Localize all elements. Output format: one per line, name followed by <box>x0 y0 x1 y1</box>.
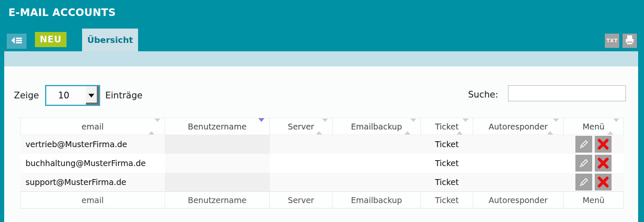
email-cell: support@MusterFirma.de <box>21 173 165 192</box>
left-border-rail <box>0 51 4 222</box>
ticket-cell: Ticket <box>421 173 473 192</box>
pencil-icon <box>577 157 590 169</box>
delete-button[interactable] <box>595 174 612 190</box>
txt-export-button[interactable]: TXT <box>605 34 619 48</box>
emailbackup-cell <box>333 135 421 154</box>
autoresponder-cell <box>473 173 564 192</box>
delete-button[interactable] <box>595 155 612 172</box>
sort-icon <box>316 122 328 131</box>
emailbackup-cell <box>333 173 421 192</box>
email-cell: vertrieb@MusterFirma.de <box>21 135 165 154</box>
sort-icon <box>149 122 160 131</box>
delete-x-icon <box>597 176 609 188</box>
benutzername-cell <box>165 173 270 192</box>
column-header-benutzername[interactable]: Benutzername <box>165 118 270 135</box>
footer-autoresponder: Autoresponder <box>473 192 564 209</box>
sort-icon <box>547 122 559 131</box>
pencil-icon <box>577 176 590 188</box>
email-cell: buchhaltung@MusterFirma.de <box>21 154 165 173</box>
column-header-server[interactable]: Server <box>270 118 333 135</box>
dropdown-arrow-icon <box>86 86 99 105</box>
neu-button[interactable]: NEU <box>35 32 67 47</box>
emailbackup-cell <box>333 154 421 173</box>
sub-header-strip <box>4 51 638 66</box>
edit-button[interactable] <box>575 136 592 153</box>
sort-icon <box>607 122 619 131</box>
autoresponder-cell <box>473 135 564 154</box>
printer-icon <box>624 34 635 47</box>
content-area: Zeige 10 Einträge Suche: email Benutz <box>4 66 638 222</box>
server-cell <box>270 154 333 173</box>
benutzername-cell <box>165 135 270 154</box>
page-title: E-MAIL ACCOUNTS <box>8 7 116 18</box>
table-row: buchhaltung@MusterFirma.de Ticket <box>21 154 624 173</box>
menu-cell <box>564 173 624 192</box>
ticket-cell: Ticket <box>421 135 473 154</box>
page-size-select[interactable]: 10 <box>45 85 100 106</box>
eintraege-label: Einträge <box>105 90 142 100</box>
column-header-emailbackup[interactable]: Emailbackup <box>333 118 421 135</box>
header-bar: E-MAIL ACCOUNTS NEU Übersicht TXT <box>0 0 644 51</box>
suche-label: Suche: <box>468 90 498 100</box>
email-accounts-table: email Benutzername Server Emailbackup <box>20 118 624 209</box>
footer-ticket: Ticket <box>421 192 473 209</box>
table-row: vertrieb@MusterFirma.de Ticket <box>21 135 624 154</box>
zeige-label: Zeige <box>14 90 39 100</box>
back-button[interactable] <box>7 34 27 49</box>
footer-emailbackup: Emailbackup <box>333 192 421 209</box>
footer-menue: Menü <box>564 192 624 209</box>
sort-icon <box>457 122 468 131</box>
autoresponder-cell <box>473 154 564 173</box>
server-cell <box>270 135 333 154</box>
table-footer-row: email Benutzername Server Emailbackup Ti… <box>21 192 624 209</box>
edit-button[interactable] <box>575 174 592 190</box>
back-list-icon <box>11 36 23 46</box>
email-accounts-page: E-MAIL ACCOUNTS NEU Übersicht TXT <box>0 0 644 222</box>
right-border-rail <box>638 51 644 222</box>
menu-cell <box>564 154 624 173</box>
footer-server: Server <box>270 192 333 209</box>
footer-benutzername: Benutzername <box>165 192 270 209</box>
benutzername-cell <box>165 154 270 173</box>
footer-email: email <box>21 192 165 209</box>
sort-desc-icon <box>258 122 265 131</box>
table-header-row: email Benutzername Server Emailbackup <box>21 118 624 135</box>
pencil-icon <box>577 138 590 151</box>
delete-x-icon <box>597 157 609 169</box>
edit-button[interactable] <box>575 155 592 172</box>
page-size-value: 10 <box>58 90 69 100</box>
column-header-email[interactable]: email <box>21 118 165 135</box>
print-button[interactable] <box>623 34 637 48</box>
delete-x-icon <box>597 138 609 151</box>
delete-button[interactable] <box>595 136 612 153</box>
tab-uebersicht[interactable]: Übersicht <box>82 29 138 51</box>
search-input[interactable] <box>508 85 626 101</box>
menu-cell <box>564 135 624 154</box>
server-cell <box>270 173 333 192</box>
sort-icon <box>404 122 416 131</box>
column-header-menue[interactable]: Menü <box>564 118 624 135</box>
column-header-autoresponder[interactable]: Autoresponder <box>473 118 564 135</box>
column-header-ticket[interactable]: Ticket <box>421 118 473 135</box>
ticket-cell: Ticket <box>421 154 473 173</box>
table-row: support@MusterFirma.de Ticket <box>21 173 624 192</box>
